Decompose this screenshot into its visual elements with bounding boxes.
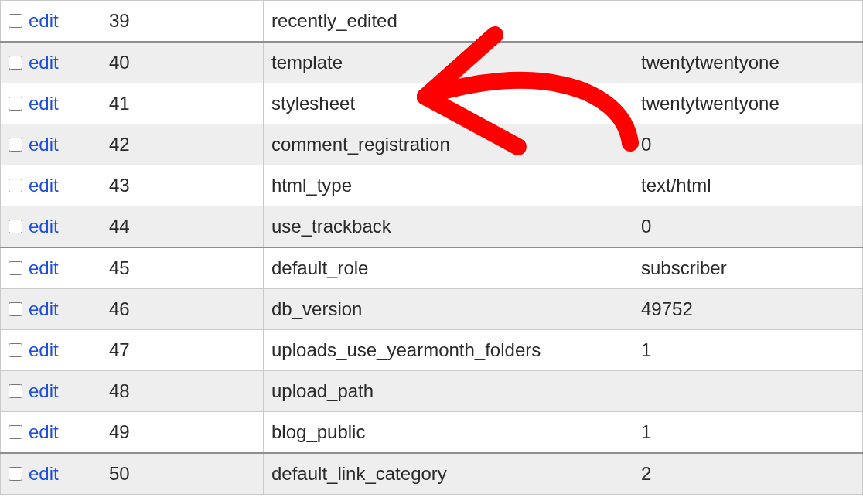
edit-link[interactable]: edit [29, 298, 59, 320]
option-id: 46 [101, 289, 264, 330]
table-row: edit 46 db_version 49752 [1, 289, 863, 330]
row-checkbox[interactable] [9, 384, 22, 398]
edit-cell: edit [1, 206, 101, 248]
table-row: edit 48 upload_path [1, 371, 863, 412]
option-id: 39 [101, 1, 264, 43]
edit-link[interactable]: edit [29, 463, 59, 485]
edit-cell: edit [1, 42, 101, 83]
option-name: html_type [264, 165, 633, 206]
row-checkbox[interactable] [9, 467, 22, 481]
option-value [633, 1, 863, 43]
table-row: edit 45 default_role subscriber [1, 247, 863, 289]
option-value: 0 [633, 124, 863, 165]
option-value: text/html [633, 165, 863, 206]
option-name: stylesheet [264, 83, 633, 124]
edit-link[interactable]: edit [29, 339, 59, 361]
table-row: edit 47 uploads_use_yearmonth_folders 1 [1, 330, 863, 371]
edit-cell: edit [1, 289, 101, 330]
edit-cell: edit [1, 453, 101, 495]
row-checkbox[interactable] [9, 56, 22, 70]
option-name: comment_registration [264, 124, 633, 165]
row-checkbox[interactable] [9, 14, 22, 28]
option-value: 49752 [633, 289, 863, 330]
row-checkbox[interactable] [9, 179, 22, 192]
option-name: use_trackback [264, 206, 633, 248]
option-id: 44 [101, 206, 264, 248]
option-id: 41 [101, 83, 264, 124]
option-id: 45 [101, 247, 264, 289]
option-value: twentytwentyone [633, 42, 863, 83]
edit-cell: edit [1, 371, 101, 412]
edit-link[interactable]: edit [29, 10, 59, 32]
table-row: edit 50 default_link_category 2 [1, 453, 863, 495]
option-id: 40 [101, 42, 264, 83]
table-row: edit 40 template twentytwentyone [1, 42, 863, 83]
option-value [633, 371, 863, 412]
edit-cell: edit [1, 124, 101, 165]
option-id: 50 [101, 453, 264, 495]
option-id: 48 [101, 371, 264, 412]
row-checkbox[interactable] [9, 302, 22, 316]
option-value: subscriber [633, 247, 863, 289]
edit-link[interactable]: edit [29, 52, 59, 73]
edit-cell: edit [1, 1, 101, 43]
row-checkbox[interactable] [9, 138, 22, 152]
row-checkbox[interactable] [9, 97, 22, 111]
option-name: blog_public [264, 412, 633, 454]
option-name: uploads_use_yearmonth_folders [264, 330, 633, 371]
table-row: edit 44 use_trackback 0 [1, 206, 863, 248]
option-name: upload_path [264, 371, 633, 412]
edit-link[interactable]: edit [29, 134, 59, 155]
edit-cell: edit [1, 83, 101, 124]
option-id: 42 [101, 124, 264, 165]
row-checkbox[interactable] [9, 425, 22, 439]
option-name: template [264, 42, 633, 83]
option-name: db_version [264, 289, 633, 330]
row-checkbox[interactable] [9, 220, 22, 233]
table-row: edit 39 recently_edited [1, 1, 863, 43]
edit-link[interactable]: edit [29, 216, 59, 237]
edit-link[interactable]: edit [29, 380, 59, 402]
table-row: edit 41 stylesheet twentytwentyone [1, 83, 863, 124]
option-value: 0 [633, 206, 863, 248]
option-name: recently_edited [264, 1, 633, 43]
option-value: 1 [633, 412, 863, 454]
option-value: 2 [633, 453, 863, 495]
row-checkbox[interactable] [9, 343, 22, 357]
option-name: default_link_category [264, 453, 633, 495]
table-row: edit 42 comment_registration 0 [1, 124, 863, 165]
edit-cell: edit [1, 165, 101, 206]
option-id: 47 [101, 330, 264, 371]
options-table: edit 39 recently_edited edit 40 template… [0, 0, 863, 495]
edit-link[interactable]: edit [29, 257, 59, 279]
table-row: edit 49 blog_public 1 [1, 412, 863, 454]
option-value: 1 [633, 330, 863, 371]
edit-link[interactable]: edit [29, 421, 59, 443]
option-id: 49 [101, 412, 264, 454]
edit-cell: edit [1, 412, 101, 454]
edit-link[interactable]: edit [29, 93, 59, 114]
edit-cell: edit [1, 247, 101, 289]
option-name: default_role [264, 247, 633, 289]
option-id: 43 [101, 165, 264, 206]
edit-link[interactable]: edit [29, 175, 59, 196]
edit-cell: edit [1, 330, 101, 371]
table-row: edit 43 html_type text/html [1, 165, 863, 206]
row-checkbox[interactable] [9, 261, 22, 275]
option-value: twentytwentyone [633, 83, 863, 124]
